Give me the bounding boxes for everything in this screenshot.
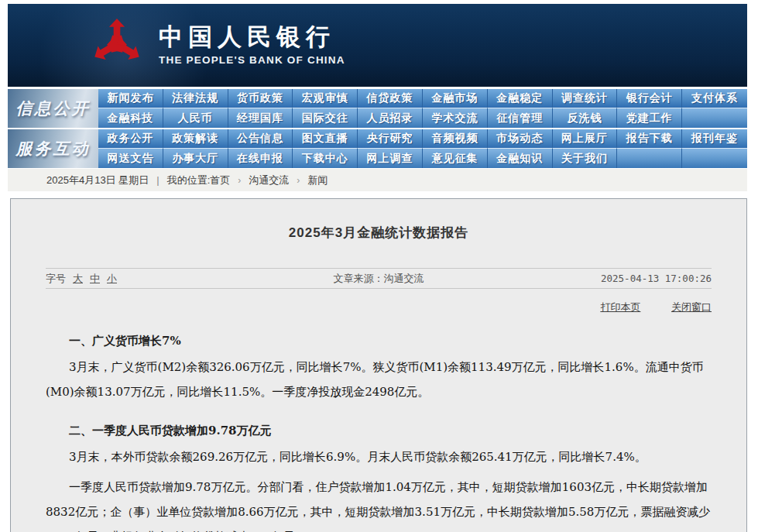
- nav-item-empty: [682, 108, 747, 128]
- nav-section-label: 信息公开: [16, 98, 91, 119]
- font-size-small-button[interactable]: 小: [107, 272, 117, 286]
- nav-item[interactable]: 关于我们: [553, 149, 618, 168]
- breadcrumb-arrow-icon: ›: [238, 175, 241, 186]
- nav-item[interactable]: 市场动态: [488, 129, 553, 149]
- nav-item[interactable]: 央行研究: [358, 129, 423, 149]
- nav-item[interactable]: 意见征集: [423, 149, 488, 168]
- nav-item[interactable]: 网上调查: [358, 149, 423, 168]
- nav-item[interactable]: 政务公开: [98, 129, 163, 149]
- nav-item-empty: [682, 149, 747, 168]
- nav-item[interactable]: 法律法规: [163, 89, 228, 108]
- nav-item[interactable]: 办事大厅: [163, 149, 228, 168]
- article-datetime: 2025-04-13 17:00:26: [503, 273, 712, 284]
- nav-band-services: 服务互动 政务公开政策解读公告信息图文直播央行研究音频视频市场动态网上展厅报告下…: [8, 129, 747, 168]
- nav-item[interactable]: 网上展厅: [553, 129, 618, 149]
- nav-item[interactable]: 人员招录: [358, 108, 423, 128]
- breadcrumb-link-communication[interactable]: 沟通交流: [249, 173, 289, 187]
- nav-item[interactable]: 人民币: [163, 108, 228, 128]
- nav-item[interactable]: 报告下载: [617, 129, 682, 149]
- section-heading: 二、一季度人民币贷款增加9.78万亿元: [46, 422, 712, 439]
- nav-item[interactable]: 国际交往: [293, 108, 358, 128]
- nav-grid: 新闻发布法律法规货币政策宏观审慎信贷政策金融市场金融稳定调查统计银行会计支付体系…: [98, 89, 747, 128]
- nav-item[interactable]: 银行会计: [617, 89, 682, 108]
- nav-grid: 政务公开政策解读公告信息图文直播央行研究音频视频市场动态网上展厅报告下载报刊年鉴…: [98, 129, 747, 168]
- nav-item[interactable]: 经理国库: [228, 108, 293, 128]
- nav-item[interactable]: 在线申报: [228, 149, 293, 168]
- main-navigation: 信息公开 新闻发布法律法规货币政策宏观审慎信贷政策金融市场金融稳定调查统计银行会…: [8, 89, 747, 168]
- nav-band-info-disclosure: 信息公开 新闻发布法律法规货币政策宏观审慎信贷政策金融市场金融稳定调查统计银行会…: [8, 89, 747, 128]
- article-actions: 打印本页 关闭窗口: [46, 300, 712, 314]
- nav-section-button-services[interactable]: 服务互动: [8, 129, 98, 168]
- nav-item[interactable]: 图文直播: [293, 129, 358, 149]
- article-source: 沟通交流: [384, 273, 424, 284]
- site-header: 中国人民银行 THE PEOPLE'S BANK OF CHINA: [8, 4, 747, 87]
- nav-item-empty: [617, 149, 682, 168]
- nav-item[interactable]: 反洗钱: [553, 108, 618, 128]
- pboc-logo-icon: [89, 15, 145, 74]
- paragraph: 3月末，本外币贷款余额269.26万亿元，同比增长6.9%。月末人民币贷款余额2…: [46, 444, 712, 469]
- nav-item[interactable]: 货币政策: [228, 89, 293, 108]
- nav-section-button-info-disclosure[interactable]: 信息公开: [8, 89, 98, 128]
- nav-item[interactable]: 学术交流: [423, 108, 488, 128]
- paragraph: 3月末，广义货币(M2)余额326.06万亿元，同比增长7%。狭义货币(M1)余…: [46, 355, 712, 404]
- font-size-label: 字号: [46, 272, 66, 286]
- article-body: 一、广义货币增长7%3月末，广义货币(M2)余额326.06万亿元，同比增长7%…: [46, 332, 712, 532]
- home-logo-link[interactable]: 中国人民银行 THE PEOPLE'S BANK OF CHINA: [89, 15, 345, 74]
- nav-item[interactable]: 音频视频: [423, 129, 488, 149]
- breadcrumb-link-news[interactable]: 新闻: [307, 173, 328, 187]
- nav-item[interactable]: 网送文告: [98, 149, 163, 168]
- article-title: 2025年3月金融统计数据报告: [46, 224, 712, 242]
- nav-item[interactable]: 政策解读: [163, 129, 228, 149]
- nav-section-label: 服务互动: [16, 138, 91, 160]
- current-date: 2025年4月13日 星期日: [46, 173, 149, 187]
- nav-item[interactable]: 宏观审慎: [293, 89, 358, 108]
- article-meta-bar: 字号 大 中 小 文章来源：沟通交流 2025-04-13 17:00:26: [46, 268, 712, 289]
- nav-item[interactable]: 下载中心: [293, 149, 358, 168]
- nav-item[interactable]: 支付体系: [682, 89, 747, 108]
- nav-item[interactable]: 金融市场: [423, 89, 488, 108]
- print-page-link[interactable]: 打印本页: [600, 301, 640, 313]
- nav-item[interactable]: 征信管理: [488, 108, 553, 128]
- font-size-large-button[interactable]: 大: [73, 272, 83, 286]
- nav-item[interactable]: 信贷政策: [358, 89, 423, 108]
- font-size-medium-button[interactable]: 中: [90, 272, 100, 286]
- breadcrumb-location-home[interactable]: 我的位置:首页: [167, 173, 231, 187]
- site-title-en: THE PEOPLE'S BANK OF CHINA: [159, 54, 345, 66]
- nav-item[interactable]: 公告信息: [228, 129, 293, 149]
- nav-item[interactable]: 金融稳定: [488, 89, 553, 108]
- article-panel: 2025年3月金融统计数据报告 字号 大 中 小 文章来源：沟通交流 2025-…: [10, 198, 747, 532]
- section-heading: 一、广义货币增长7%: [46, 332, 712, 349]
- breadcrumb-arrow-icon: ›: [297, 175, 300, 186]
- nav-item[interactable]: 报刊年鉴: [682, 129, 747, 149]
- breadcrumb: 2025年4月13日 星期日 | 我的位置:首页 › 沟通交流 › 新闻: [8, 169, 747, 191]
- close-window-link[interactable]: 关闭窗口: [671, 301, 712, 313]
- nav-item[interactable]: 调查统计: [553, 89, 618, 108]
- nav-item[interactable]: 党建工作: [617, 108, 682, 128]
- page: 中国人民银行 THE PEOPLE'S BANK OF CHINA 信息公开 新…: [8, 0, 747, 532]
- nav-item[interactable]: 金融知识: [488, 149, 553, 168]
- nav-item[interactable]: 金融科技: [98, 108, 163, 128]
- site-title-cn: 中国人民银行: [159, 22, 345, 52]
- nav-item[interactable]: 新闻发布: [98, 89, 163, 108]
- breadcrumb-separator: |: [156, 174, 159, 186]
- paragraph: 一季度人民币贷款增加9.78万亿元。分部门看，住户贷款增加1.04万亿元，其中，…: [46, 475, 712, 532]
- article-source-label: 文章来源：: [334, 273, 384, 284]
